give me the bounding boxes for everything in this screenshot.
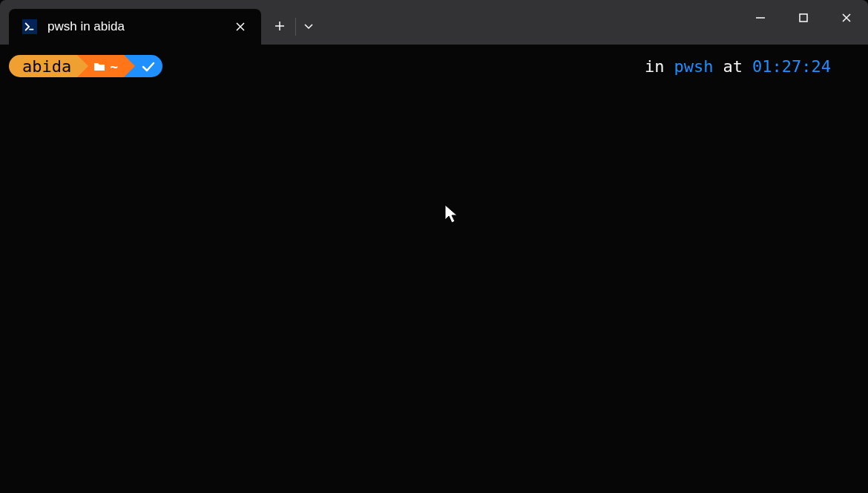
tab-dropdown-button[interactable] xyxy=(303,21,314,31)
prompt-in-label: in xyxy=(645,57,665,76)
prompt-right: in pwsh at 01:27:24 xyxy=(645,57,859,76)
prompt-shell: pwsh xyxy=(674,57,714,76)
powershell-icon xyxy=(22,19,37,34)
window-controls xyxy=(739,0,868,36)
segment-arrow xyxy=(77,55,88,77)
prompt-at-label: at xyxy=(723,57,743,76)
close-tab-button[interactable] xyxy=(233,19,248,34)
maximize-button[interactable] xyxy=(782,0,825,36)
tab-title: pwsh in abida xyxy=(47,19,223,34)
svg-rect-3 xyxy=(800,14,807,22)
segment-arrow xyxy=(124,55,135,77)
prompt-time: 01:27:24 xyxy=(752,57,831,76)
check-icon xyxy=(142,57,155,76)
titlebar: pwsh in abida xyxy=(0,0,868,45)
active-tab[interactable]: pwsh in abida xyxy=(9,9,261,45)
folder-icon xyxy=(93,57,105,76)
new-tab-button[interactable] xyxy=(274,21,285,31)
toolbar-divider xyxy=(295,18,296,36)
minimize-button[interactable] xyxy=(739,0,782,36)
terminal-body[interactable]: abida ~ in xyxy=(0,45,868,493)
prompt-user-segment: abida xyxy=(9,55,77,77)
prompt-user: abida xyxy=(22,57,71,76)
prompt-line: abida ~ in xyxy=(9,52,859,80)
prompt-left: abida ~ xyxy=(9,55,162,77)
close-window-button[interactable] xyxy=(825,0,868,36)
prompt-path: ~ xyxy=(110,59,118,74)
mouse-cursor-icon xyxy=(444,203,458,228)
